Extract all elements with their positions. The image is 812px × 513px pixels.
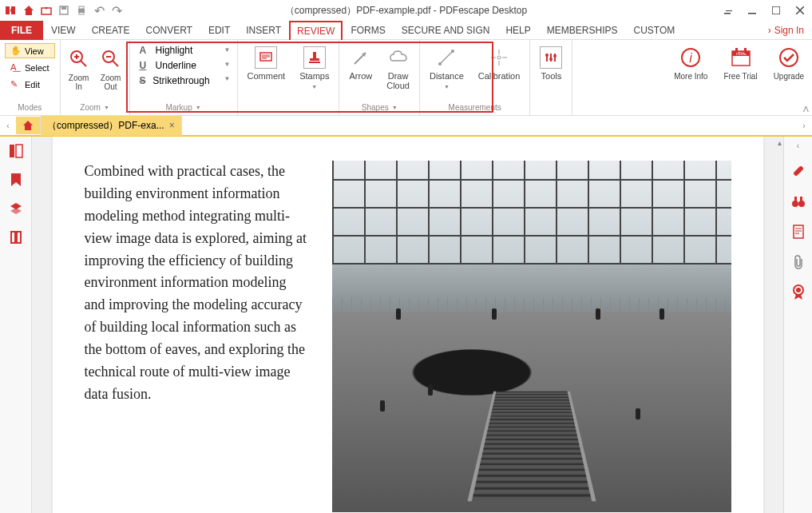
bookmarks-icon[interactable] xyxy=(6,170,26,189)
mode-view[interactable]: ✋View xyxy=(5,43,55,58)
menu-edit[interactable]: EDIT xyxy=(200,21,238,40)
scroll-up-icon[interactable]: ▴ xyxy=(778,138,782,147)
print-icon[interactable] xyxy=(75,4,88,17)
document-view[interactable]: ▴ Combined with practical cases, the bui… xyxy=(32,137,783,513)
thumbnails-icon[interactable] xyxy=(6,141,26,161)
zoom-in-button[interactable]: ZoomIn xyxy=(65,43,93,93)
menu-secure[interactable]: SECURE AND SIGN xyxy=(394,21,498,40)
drawcloud-button[interactable]: DrawCloud xyxy=(382,43,414,93)
zoom-out-button[interactable]: ZoomOut xyxy=(97,43,125,93)
redo-icon[interactable]: ↷ xyxy=(110,4,123,17)
minimize-icon[interactable] xyxy=(740,0,764,21)
highlight-button[interactable]: AHighlight xyxy=(135,43,215,58)
home-icon[interactable] xyxy=(22,4,35,17)
open-icon[interactable] xyxy=(40,4,53,17)
svg-rect-56 xyxy=(10,145,14,157)
comment-button[interactable]: Comment xyxy=(243,43,291,93)
svg-rect-62 xyxy=(17,232,21,243)
markup-dropdown-icon[interactable]: ▼ xyxy=(196,105,201,110)
menu-forms[interactable]: FORMS xyxy=(343,21,393,40)
tab-prev-icon[interactable]: ‹ xyxy=(0,121,16,130)
highlight-dropdown[interactable]: ▼ xyxy=(223,43,232,57)
content-area: ▴ Combined with practical cases, the bui… xyxy=(0,137,812,513)
underline-dropdown[interactable]: ▼ xyxy=(223,58,232,71)
mode-select[interactable]: A͟Select xyxy=(5,60,55,75)
zoom-in-label: ZoomIn xyxy=(69,74,89,91)
app-icon[interactable] xyxy=(5,4,18,17)
calibration-icon xyxy=(488,46,510,69)
mode-edit[interactable]: ✎Edit xyxy=(5,77,55,92)
group-zoom: ZoomIn ZoomOut Zoom▼ xyxy=(61,40,130,115)
paperclip-icon[interactable] xyxy=(789,253,808,272)
svg-rect-29 xyxy=(310,58,319,61)
highlight-label: Highlight xyxy=(156,45,193,56)
svg-rect-11 xyxy=(724,13,731,14)
group-shapes: Arrow DrawCloud Shapes▼ xyxy=(339,40,419,115)
tab-next-icon[interactable]: › xyxy=(796,121,812,130)
calibration-button[interactable]: Calibration xyxy=(473,43,525,93)
menu-convert[interactable]: CONVERT xyxy=(137,21,200,40)
group-markup-label: Markup▼ xyxy=(165,101,200,113)
strikethrough-button[interactable]: SStrikethrough xyxy=(135,74,215,88)
menu-insert[interactable]: INSERT xyxy=(238,21,289,40)
zoom-dropdown-icon[interactable]: ▼ xyxy=(104,105,109,110)
collapse-ribbon-icon[interactable]: ᐱ xyxy=(803,105,809,113)
svg-rect-13 xyxy=(748,13,756,14)
distance-icon xyxy=(435,46,457,69)
svg-rect-66 xyxy=(800,197,802,202)
minimize-second-icon[interactable] xyxy=(716,0,740,21)
menu-create[interactable]: CREATE xyxy=(84,21,138,40)
select-icon: A͟ xyxy=(10,62,22,73)
sign-in-link[interactable]: › Sign In xyxy=(760,22,812,39)
tools-button[interactable]: Tools xyxy=(535,43,567,93)
group-tools: Tools xyxy=(530,40,572,115)
svg-rect-65 xyxy=(794,197,797,202)
attachments-icon[interactable] xyxy=(6,228,26,247)
menu-help[interactable]: HELP xyxy=(497,21,538,40)
badge-icon[interactable] xyxy=(789,283,808,302)
free-trial-button[interactable]: TRIAL Free Trial xyxy=(715,40,765,115)
wrench-icon[interactable] xyxy=(789,161,808,181)
document-icon[interactable] xyxy=(789,222,808,241)
file-menu[interactable]: FILE xyxy=(0,21,43,40)
right-nav-prev[interactable]: ‹ xyxy=(791,141,806,150)
distance-button[interactable]: Distance ▼ xyxy=(425,43,469,93)
undo-icon[interactable]: ↶ xyxy=(93,4,105,17)
svg-line-18 xyxy=(81,61,86,66)
home-tab[interactable] xyxy=(16,117,41,134)
menu-view[interactable]: VIEW xyxy=(43,21,84,40)
svg-rect-53 xyxy=(744,48,747,53)
upgrade-icon xyxy=(778,46,800,69)
save-icon[interactable] xyxy=(57,4,70,17)
mode-view-label: View xyxy=(25,46,44,56)
maximize-icon[interactable] xyxy=(764,0,788,21)
stamps-dropdown-icon[interactable]: ▼ xyxy=(311,84,317,89)
menu-custom[interactable]: CUSTOM xyxy=(626,21,683,40)
window-controls xyxy=(716,0,812,21)
distance-dropdown-icon[interactable]: ▼ xyxy=(444,84,450,89)
document-tab[interactable]: （compressed）PDF-exa... × xyxy=(41,116,182,136)
tab-close-icon[interactable]: × xyxy=(169,120,175,131)
more-info-label: More Info xyxy=(674,72,707,81)
more-info-button[interactable]: i More Info xyxy=(666,40,715,115)
signin-icon: › xyxy=(768,25,771,36)
svg-point-34 xyxy=(438,62,442,66)
close-icon[interactable] xyxy=(788,0,812,21)
shapes-dropdown-icon[interactable]: ▼ xyxy=(392,105,398,110)
underline-button[interactable]: UUnderline xyxy=(135,58,215,73)
arrow-button[interactable]: Arrow xyxy=(344,43,377,93)
binoculars-icon[interactable] xyxy=(789,192,808,211)
comment-label: Comment xyxy=(248,71,286,81)
upgrade-button[interactable]: Upgrade xyxy=(766,40,812,115)
strike-dropdown[interactable]: ▼ xyxy=(223,72,232,86)
left-toolbar xyxy=(0,137,32,513)
menu-memberships[interactable]: MEMBERSHIPS xyxy=(539,21,626,40)
svg-rect-10 xyxy=(79,12,84,14)
stamps-button[interactable]: Stamps ▼ xyxy=(295,43,334,93)
group-shapes-label: Shapes▼ xyxy=(362,101,398,113)
layers-icon[interactable] xyxy=(6,199,26,218)
document-image xyxy=(332,161,731,512)
menu-review[interactable]: REVIEW xyxy=(289,21,343,40)
group-measurements: Distance ▼ Calibration Measurements xyxy=(420,40,530,115)
edit-icon: ✎ xyxy=(10,79,22,89)
